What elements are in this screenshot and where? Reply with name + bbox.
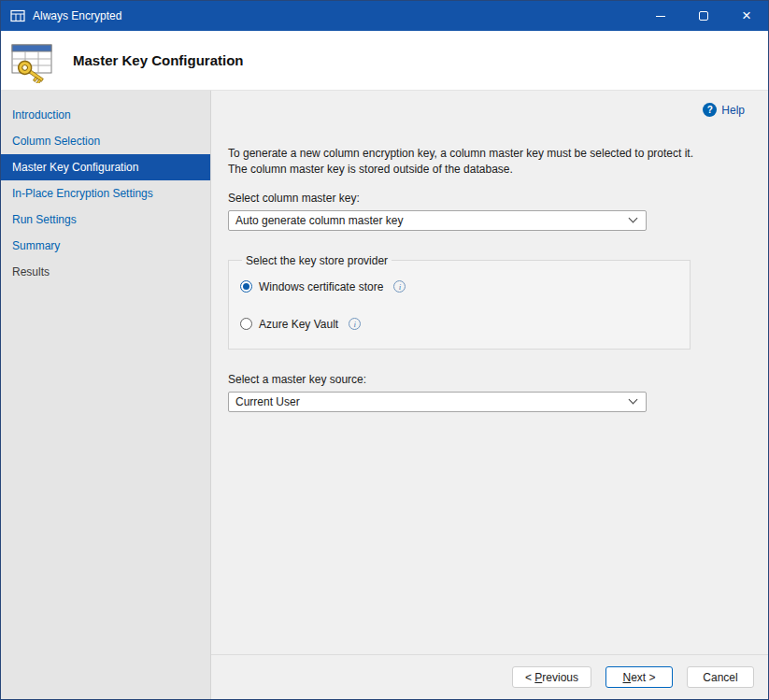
column-master-key-dropdown[interactable]: Auto generate column master key bbox=[228, 210, 647, 231]
window-controls bbox=[639, 1, 768, 31]
wizard-body: Introduction Column Selection Master Key… bbox=[1, 91, 768, 699]
next-button-rest: ext > bbox=[631, 671, 655, 684]
info-icon[interactable] bbox=[393, 280, 406, 293]
form-area: To generate a new column encryption key,… bbox=[211, 117, 768, 412]
page-title: Master Key Configuration bbox=[73, 52, 244, 68]
previous-button-rest: revious bbox=[542, 671, 578, 684]
close-icon bbox=[742, 7, 751, 24]
radio-azure-key-vault[interactable]: Azure Key Vault bbox=[240, 318, 678, 331]
master-key-source-value: Current User bbox=[235, 395, 300, 408]
wizard-footer: < Previous Next > Cancel bbox=[211, 654, 768, 699]
key-store-provider-group-label: Select the key store provider bbox=[242, 254, 392, 267]
next-button[interactable]: Next > bbox=[605, 666, 673, 688]
app-icon bbox=[10, 8, 25, 23]
help-icon bbox=[703, 103, 717, 117]
previous-button-prefix: < bbox=[525, 671, 534, 684]
azure-key-vault-label: Azure Key Vault bbox=[259, 318, 338, 331]
master-key-source-label: Select a master key source: bbox=[228, 373, 768, 386]
windows-certificate-store-label: Windows certificate store bbox=[259, 280, 383, 293]
window-title: Always Encrypted bbox=[33, 9, 121, 22]
chevron-down-icon bbox=[629, 395, 638, 405]
wizard-steps-sidebar: Introduction Column Selection Master Key… bbox=[1, 91, 211, 699]
sidebar-item-introduction[interactable]: Introduction bbox=[1, 102, 210, 128]
key-store-provider-group: Select the key store provider Windows ce… bbox=[228, 254, 691, 350]
sidebar-item-column-selection[interactable]: Column Selection bbox=[1, 128, 210, 154]
column-master-key-value: Auto generate column master key bbox=[235, 214, 403, 227]
column-master-key-label: Select column master key: bbox=[228, 192, 768, 205]
sidebar-item-results: Results bbox=[1, 259, 210, 285]
minimize-button[interactable] bbox=[639, 1, 682, 31]
radio-unchecked-icon[interactable] bbox=[240, 318, 252, 330]
master-key-table-icon bbox=[9, 38, 54, 83]
info-icon[interactable] bbox=[349, 318, 361, 330]
previous-button[interactable]: < Previous bbox=[512, 666, 591, 688]
help-label: Help bbox=[721, 104, 745, 117]
sidebar-item-master-key-configuration[interactable]: Master Key Configuration bbox=[1, 154, 210, 180]
radio-windows-certificate-store[interactable]: Windows certificate store bbox=[240, 280, 678, 293]
master-key-source-dropdown[interactable]: Current User bbox=[228, 392, 647, 412]
minimize-icon bbox=[656, 16, 665, 17]
close-button[interactable] bbox=[725, 1, 768, 31]
wizard-header: Master Key Configuration bbox=[1, 31, 768, 91]
sidebar-item-in-place-encryption-settings[interactable]: In-Place Encryption Settings bbox=[1, 180, 210, 207]
help-row: Help bbox=[211, 91, 768, 117]
cancel-button[interactable]: Cancel bbox=[687, 666, 754, 688]
description-text: To generate a new column encryption key,… bbox=[228, 146, 710, 178]
sidebar-item-summary[interactable]: Summary bbox=[1, 233, 210, 259]
help-link[interactable]: Help bbox=[703, 103, 745, 117]
maximize-button[interactable] bbox=[682, 1, 725, 31]
maximize-icon bbox=[699, 11, 708, 21]
always-encrypted-window: Always Encrypted bbox=[0, 0, 769, 700]
main-content: Help To generate a new column encryption… bbox=[211, 91, 768, 699]
titlebar: Always Encrypted bbox=[1, 1, 768, 31]
sidebar-item-run-settings[interactable]: Run Settings bbox=[1, 207, 210, 233]
radio-checked-icon[interactable] bbox=[240, 280, 252, 293]
chevron-down-icon bbox=[629, 214, 638, 223]
next-button-accel: N bbox=[622, 671, 631, 684]
